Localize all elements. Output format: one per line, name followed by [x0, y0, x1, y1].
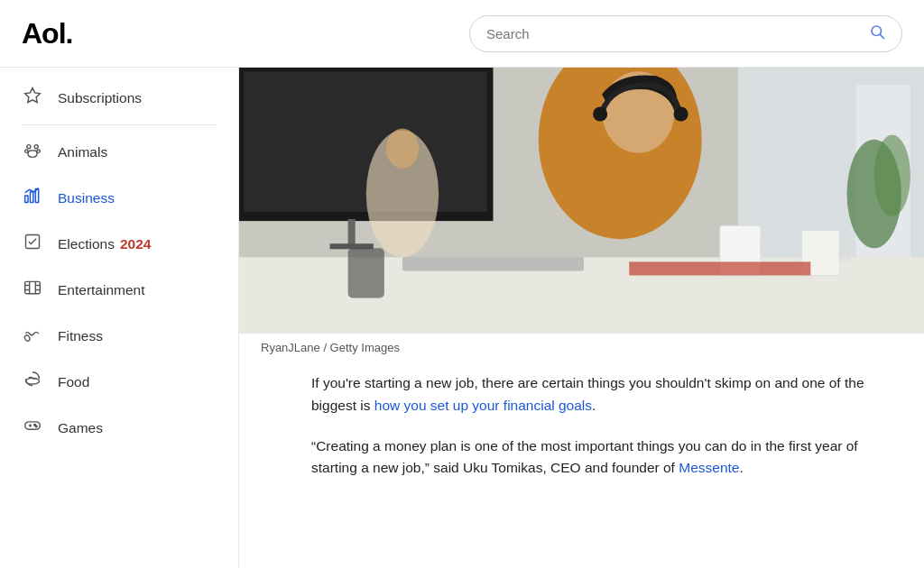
sidebar-divider	[22, 124, 217, 125]
elections-icon	[22, 233, 43, 255]
sidebar-item-subscriptions[interactable]: Subscriptions	[0, 75, 238, 121]
paragraph2-text-post: .	[739, 460, 743, 475]
film-icon	[22, 279, 43, 301]
aol-logo[interactable]: Aol.	[22, 17, 72, 50]
fitness-icon	[22, 325, 43, 347]
sidebar-item-business[interactable]: Business	[0, 175, 238, 221]
gamepad-icon	[22, 417, 43, 439]
search-bar	[469, 15, 902, 52]
svg-point-3	[27, 145, 31, 149]
article-image-visual	[239, 68, 924, 334]
paragraph1-text-post: .	[592, 398, 596, 413]
header: Aol.	[0, 0, 924, 68]
svg-rect-46	[402, 257, 584, 270]
article-image	[239, 68, 924, 334]
sidebar-item-label: Food	[58, 374, 89, 390]
sidebar-item-label: Entertainment	[58, 282, 145, 298]
svg-line-1	[880, 34, 883, 38]
sidebar: Subscriptions Animals	[0, 68, 239, 568]
messente-link[interactable]: Messente	[679, 460, 739, 475]
elections-year-badge: 2024	[120, 236, 151, 252]
svg-point-18	[23, 334, 31, 342]
sidebar-item-fitness[interactable]: Fitness	[0, 313, 238, 359]
sidebar-item-games[interactable]: Games	[0, 405, 238, 451]
svg-marker-2	[25, 88, 41, 103]
sidebar-item-label: Subscriptions	[58, 90, 142, 106]
image-caption: RyanJLane / Getty Images	[239, 334, 924, 358]
svg-point-44	[593, 106, 607, 121]
svg-rect-8	[31, 192, 33, 203]
food-icon	[22, 371, 43, 393]
svg-rect-39	[629, 261, 810, 275]
sidebar-item-entertainment[interactable]: Entertainment	[0, 267, 238, 313]
sidebar-item-label: Games	[58, 420, 103, 436]
svg-point-4	[34, 145, 38, 149]
sidebar-item-label: Fitness	[58, 328, 103, 344]
search-input[interactable]	[486, 26, 862, 41]
sidebar-item-food[interactable]: Food	[0, 359, 238, 405]
svg-point-43	[386, 129, 419, 169]
article-paragraph-2: “Creating a money plan is one of the mos…	[311, 435, 902, 481]
chart-icon	[22, 187, 43, 209]
paw-icon	[22, 141, 43, 163]
sidebar-item-elections[interactable]: Elections 2024	[0, 221, 238, 267]
svg-point-41	[874, 135, 910, 216]
star-icon	[22, 87, 43, 109]
search-icon[interactable]	[869, 23, 885, 44]
svg-rect-7	[25, 196, 28, 203]
svg-rect-47	[348, 248, 384, 298]
article-body: If you're starting a new job, there are …	[239, 358, 924, 519]
article-content: RyanJLane / Getty Images If you're start…	[239, 68, 924, 568]
sidebar-item-animals[interactable]: Animals	[0, 129, 238, 175]
article-paragraph-1: If you're starting a new job, there are …	[311, 372, 902, 417]
svg-rect-11	[25, 281, 41, 293]
paragraph2-text-pre: “Creating a money plan is one of the mos…	[311, 438, 858, 476]
svg-point-24	[35, 426, 37, 427]
svg-point-45	[674, 106, 688, 121]
sidebar-item-label: Animals	[58, 144, 107, 160]
svg-rect-20	[25, 422, 41, 429]
sidebar-item-label: Elections 2024	[58, 236, 151, 252]
main-layout: Subscriptions Animals	[0, 68, 924, 568]
sidebar-item-label: Business	[58, 190, 115, 206]
svg-rect-30	[348, 219, 356, 246]
svg-point-19	[26, 378, 40, 384]
svg-rect-29	[244, 71, 486, 212]
financial-goals-link[interactable]: how you set up your financial goals	[374, 398, 592, 413]
